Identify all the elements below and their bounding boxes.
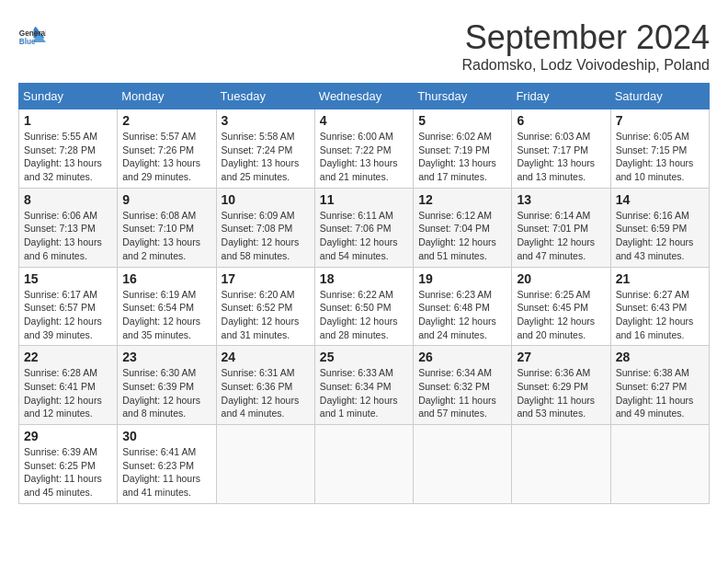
day-number: 11 <box>320 192 408 207</box>
day-info: Sunrise: 5:57 AM Sunset: 7:26 PM Dayligh… <box>122 130 210 184</box>
day-number: 8 <box>24 192 112 207</box>
day-info: Sunrise: 6:38 AM Sunset: 6:27 PM Dayligh… <box>616 366 704 420</box>
calendar-day-cell <box>414 425 512 504</box>
title-section: September 2024 Radomsko, Lodz Voivodeshi… <box>461 18 710 74</box>
weekday-header-sunday: Sunday <box>19 84 118 109</box>
day-number: 5 <box>418 113 506 128</box>
calendar-week-row: 29Sunrise: 6:39 AM Sunset: 6:25 PM Dayli… <box>19 425 710 504</box>
calendar-day-cell: 25Sunrise: 6:33 AM Sunset: 6:34 PM Dayli… <box>314 346 413 425</box>
day-number: 16 <box>122 271 210 286</box>
day-info: Sunrise: 6:11 AM Sunset: 7:06 PM Dayligh… <box>320 209 408 263</box>
day-info: Sunrise: 5:55 AM Sunset: 7:28 PM Dayligh… <box>24 130 112 184</box>
day-info: Sunrise: 6:16 AM Sunset: 6:59 PM Dayligh… <box>616 209 704 263</box>
day-number: 2 <box>122 113 210 128</box>
calendar-day-cell: 19Sunrise: 6:23 AM Sunset: 6:48 PM Dayli… <box>414 267 512 346</box>
logo-icon: General Blue <box>18 23 46 51</box>
svg-text:Blue: Blue <box>19 38 36 46</box>
day-info: Sunrise: 6:41 AM Sunset: 6:23 PM Dayligh… <box>122 445 210 500</box>
calendar-day-cell: 6Sunrise: 6:03 AM Sunset: 7:17 PM Daylig… <box>512 109 610 189</box>
day-number: 9 <box>122 192 210 207</box>
calendar-day-cell: 5Sunrise: 6:02 AM Sunset: 7:19 PM Daylig… <box>414 109 512 189</box>
day-info: Sunrise: 6:34 AM Sunset: 6:32 PM Dayligh… <box>418 366 506 420</box>
day-info: Sunrise: 6:20 AM Sunset: 6:52 PM Dayligh… <box>222 288 310 342</box>
weekday-header-monday: Monday <box>118 84 216 109</box>
day-number: 19 <box>418 271 506 286</box>
day-info: Sunrise: 6:00 AM Sunset: 7:22 PM Dayligh… <box>320 130 408 184</box>
calendar-day-cell: 30Sunrise: 6:41 AM Sunset: 6:23 PM Dayli… <box>118 425 216 504</box>
calendar-day-cell <box>216 425 314 504</box>
day-number: 23 <box>122 350 210 364</box>
calendar-week-row: 15Sunrise: 6:17 AM Sunset: 6:57 PM Dayli… <box>19 267 710 346</box>
calendar-day-cell: 21Sunrise: 6:27 AM Sunset: 6:43 PM Dayli… <box>610 267 709 346</box>
calendar-table: SundayMondayTuesdayWednesdayThursdayFrid… <box>18 83 710 504</box>
day-number: 20 <box>517 271 605 286</box>
day-info: Sunrise: 6:36 AM Sunset: 6:29 PM Dayligh… <box>517 366 605 420</box>
calendar-day-cell: 22Sunrise: 6:28 AM Sunset: 6:41 PM Dayli… <box>19 346 118 425</box>
weekday-header-tuesday: Tuesday <box>216 84 314 109</box>
day-info: Sunrise: 6:39 AM Sunset: 6:25 PM Dayligh… <box>24 445 112 500</box>
weekday-header-friday: Friday <box>512 84 610 109</box>
day-number: 18 <box>320 271 408 286</box>
day-number: 17 <box>222 271 310 286</box>
calendar-day-cell: 8Sunrise: 6:06 AM Sunset: 7:13 PM Daylig… <box>19 188 118 267</box>
day-info: Sunrise: 6:28 AM Sunset: 6:41 PM Dayligh… <box>24 366 112 420</box>
calendar-week-row: 22Sunrise: 6:28 AM Sunset: 6:41 PM Dayli… <box>19 346 710 425</box>
day-info: Sunrise: 6:02 AM Sunset: 7:19 PM Dayligh… <box>418 130 506 184</box>
calendar-day-cell: 17Sunrise: 6:20 AM Sunset: 6:52 PM Dayli… <box>216 267 314 346</box>
day-number: 13 <box>517 192 605 207</box>
day-number: 29 <box>24 429 112 443</box>
day-info: Sunrise: 6:25 AM Sunset: 6:45 PM Dayligh… <box>517 288 605 342</box>
calendar-day-cell: 14Sunrise: 6:16 AM Sunset: 6:59 PM Dayli… <box>610 188 709 267</box>
calendar-day-cell <box>314 425 413 504</box>
calendar-day-cell: 16Sunrise: 6:19 AM Sunset: 6:54 PM Dayli… <box>118 267 216 346</box>
day-number: 21 <box>616 271 704 286</box>
day-number: 7 <box>616 113 704 128</box>
day-info: Sunrise: 6:12 AM Sunset: 7:04 PM Dayligh… <box>418 209 506 263</box>
calendar-day-cell <box>610 425 709 504</box>
calendar-week-row: 1Sunrise: 5:55 AM Sunset: 7:28 PM Daylig… <box>19 109 710 189</box>
calendar-day-cell: 4Sunrise: 6:00 AM Sunset: 7:22 PM Daylig… <box>314 109 413 189</box>
day-number: 3 <box>222 113 310 128</box>
calendar-day-cell: 24Sunrise: 6:31 AM Sunset: 6:36 PM Dayli… <box>216 346 314 425</box>
calendar-day-cell: 27Sunrise: 6:36 AM Sunset: 6:29 PM Dayli… <box>512 346 610 425</box>
calendar-day-cell: 9Sunrise: 6:08 AM Sunset: 7:10 PM Daylig… <box>118 188 216 267</box>
day-info: Sunrise: 6:17 AM Sunset: 6:57 PM Dayligh… <box>24 288 112 342</box>
day-info: Sunrise: 6:14 AM Sunset: 7:01 PM Dayligh… <box>517 209 605 263</box>
weekday-header-saturday: Saturday <box>610 84 709 109</box>
calendar-day-cell: 7Sunrise: 6:05 AM Sunset: 7:15 PM Daylig… <box>610 109 709 189</box>
page-title: September 2024 <box>461 18 710 57</box>
calendar-week-row: 8Sunrise: 6:06 AM Sunset: 7:13 PM Daylig… <box>19 188 710 267</box>
calendar-day-cell: 1Sunrise: 5:55 AM Sunset: 7:28 PM Daylig… <box>19 109 118 189</box>
day-number: 22 <box>24 350 112 364</box>
svg-text:General: General <box>19 29 46 38</box>
calendar-day-cell: 13Sunrise: 6:14 AM Sunset: 7:01 PM Dayli… <box>512 188 610 267</box>
day-number: 12 <box>418 192 506 207</box>
calendar-day-cell: 23Sunrise: 6:30 AM Sunset: 6:39 PM Dayli… <box>118 346 216 425</box>
day-number: 30 <box>122 429 210 443</box>
calendar-day-cell: 28Sunrise: 6:38 AM Sunset: 6:27 PM Dayli… <box>610 346 709 425</box>
calendar-day-cell: 15Sunrise: 6:17 AM Sunset: 6:57 PM Dayli… <box>19 267 118 346</box>
day-info: Sunrise: 6:06 AM Sunset: 7:13 PM Dayligh… <box>24 209 112 263</box>
calendar-day-cell: 10Sunrise: 6:09 AM Sunset: 7:08 PM Dayli… <box>216 188 314 267</box>
day-number: 24 <box>222 350 310 364</box>
calendar-day-cell: 12Sunrise: 6:12 AM Sunset: 7:04 PM Dayli… <box>414 188 512 267</box>
day-info: Sunrise: 6:08 AM Sunset: 7:10 PM Dayligh… <box>122 209 210 263</box>
calendar-header-row: SundayMondayTuesdayWednesdayThursdayFrid… <box>19 84 710 109</box>
day-info: Sunrise: 6:05 AM Sunset: 7:15 PM Dayligh… <box>616 130 704 184</box>
calendar-day-cell: 18Sunrise: 6:22 AM Sunset: 6:50 PM Dayli… <box>314 267 413 346</box>
day-number: 10 <box>222 192 310 207</box>
header: General Blue September 2024 Radomsko, Lo… <box>18 18 710 74</box>
day-info: Sunrise: 6:19 AM Sunset: 6:54 PM Dayligh… <box>122 288 210 342</box>
weekday-header-wednesday: Wednesday <box>314 84 413 109</box>
day-info: Sunrise: 6:27 AM Sunset: 6:43 PM Dayligh… <box>616 288 704 342</box>
day-number: 15 <box>24 271 112 286</box>
calendar-day-cell <box>512 425 610 504</box>
day-number: 27 <box>517 350 605 364</box>
calendar-day-cell: 2Sunrise: 5:57 AM Sunset: 7:26 PM Daylig… <box>118 109 216 189</box>
day-info: Sunrise: 5:58 AM Sunset: 7:24 PM Dayligh… <box>222 130 310 184</box>
day-number: 28 <box>616 350 704 364</box>
calendar-day-cell: 11Sunrise: 6:11 AM Sunset: 7:06 PM Dayli… <box>314 188 413 267</box>
page-subtitle: Radomsko, Lodz Voivodeship, Poland <box>461 57 710 74</box>
day-number: 6 <box>517 113 605 128</box>
day-info: Sunrise: 6:22 AM Sunset: 6:50 PM Dayligh… <box>320 288 408 342</box>
